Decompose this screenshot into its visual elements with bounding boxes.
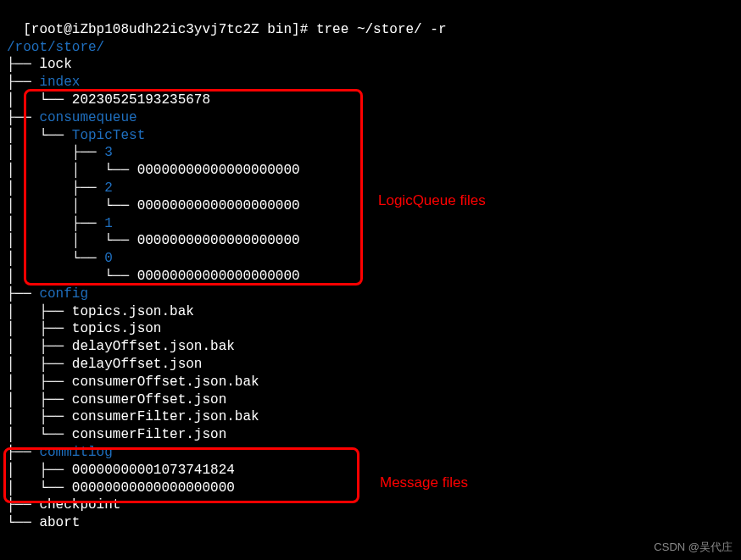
tree-entry-config-f7: │ ├── consumerFilter.json.bak <box>7 408 734 426</box>
watermark-text: CSDN @吴代庄 <box>654 541 733 555</box>
annotation-logicqueue: LogicQueue files <box>378 191 486 210</box>
tree-root-path: /root/store/ <box>7 39 734 57</box>
shell-command: tree ~/store/ -r <box>316 22 447 37</box>
tree-entry-config-f3: │ ├── delayOffset.json.bak <box>7 338 734 356</box>
tree-entry-config-f8: │ └── consumerFilter.json <box>7 426 734 444</box>
tree-entry-config-f1: │ ├── topics.json.bak <box>7 303 734 321</box>
shell-prompt: [root@iZbp108udh22ic3yvj7tc2Z bin]# <box>23 22 308 37</box>
tree-entry-config-f2: │ ├── topics.json <box>7 320 734 338</box>
annotation-messagefiles: Message files <box>380 474 468 492</box>
tree-entry-config: ├── config <box>7 286 734 303</box>
highlight-box-messagefiles <box>3 447 359 503</box>
tree-entry-abort: └── abort <box>7 514 734 532</box>
tree-entry-config-f6: │ ├── consumerOffset.json <box>7 391 734 409</box>
tree-entry-lock: ├── lock <box>7 56 734 74</box>
tree-entry-config-f4: │ ├── delayOffset.json <box>7 356 734 374</box>
tree-entry-config-f5: │ ├── consumerOffset.json.bak <box>7 374 734 391</box>
highlight-box-logicqueue <box>24 89 363 286</box>
terminal-prompt-line: [root@iZbp108udh22ic3yvj7tc2Z bin]# tree… <box>7 3 734 39</box>
